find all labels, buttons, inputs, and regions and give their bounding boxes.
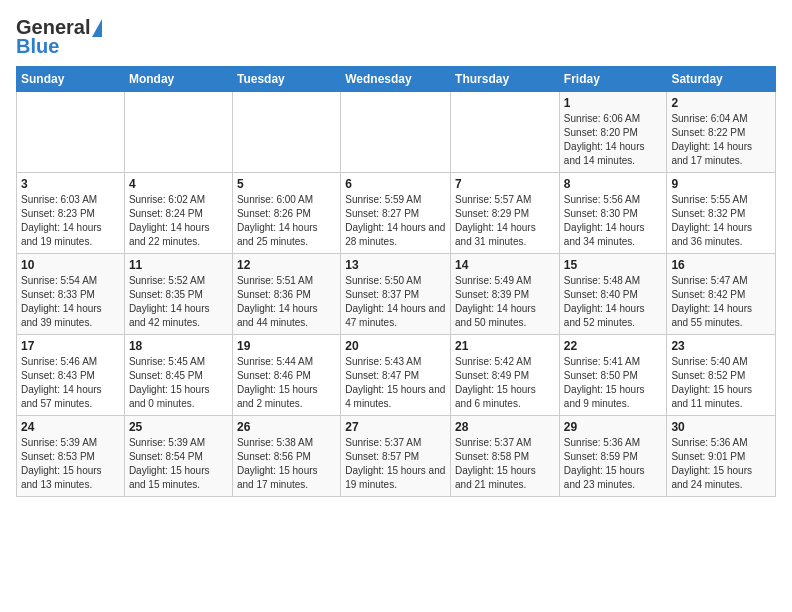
calendar-cell: 25Sunrise: 5:39 AM Sunset: 8:54 PM Dayli… [124, 416, 232, 497]
calendar-week-row: 17Sunrise: 5:46 AM Sunset: 8:43 PM Dayli… [17, 335, 776, 416]
day-number: 30 [671, 420, 771, 434]
day-number: 9 [671, 177, 771, 191]
weekday-header-sunday: Sunday [17, 67, 125, 92]
calendar-cell: 5Sunrise: 6:00 AM Sunset: 8:26 PM Daylig… [232, 173, 340, 254]
calendar-cell: 21Sunrise: 5:42 AM Sunset: 8:49 PM Dayli… [451, 335, 560, 416]
day-info: Sunrise: 6:00 AM Sunset: 8:26 PM Dayligh… [237, 193, 336, 249]
day-number: 13 [345, 258, 446, 272]
calendar-cell [232, 92, 340, 173]
day-number: 16 [671, 258, 771, 272]
day-info: Sunrise: 5:51 AM Sunset: 8:36 PM Dayligh… [237, 274, 336, 330]
day-info: Sunrise: 6:02 AM Sunset: 8:24 PM Dayligh… [129, 193, 228, 249]
day-number: 23 [671, 339, 771, 353]
calendar-cell: 6Sunrise: 5:59 AM Sunset: 8:27 PM Daylig… [341, 173, 451, 254]
day-info: Sunrise: 5:56 AM Sunset: 8:30 PM Dayligh… [564, 193, 663, 249]
day-info: Sunrise: 5:36 AM Sunset: 8:59 PM Dayligh… [564, 436, 663, 492]
calendar-cell: 17Sunrise: 5:46 AM Sunset: 8:43 PM Dayli… [17, 335, 125, 416]
day-info: Sunrise: 6:04 AM Sunset: 8:22 PM Dayligh… [671, 112, 771, 168]
page-header: General Blue [16, 16, 776, 58]
calendar-cell: 18Sunrise: 5:45 AM Sunset: 8:45 PM Dayli… [124, 335, 232, 416]
calendar-cell: 16Sunrise: 5:47 AM Sunset: 8:42 PM Dayli… [667, 254, 776, 335]
day-info: Sunrise: 5:40 AM Sunset: 8:52 PM Dayligh… [671, 355, 771, 411]
day-info: Sunrise: 5:47 AM Sunset: 8:42 PM Dayligh… [671, 274, 771, 330]
weekday-header-wednesday: Wednesday [341, 67, 451, 92]
calendar-cell: 14Sunrise: 5:49 AM Sunset: 8:39 PM Dayli… [451, 254, 560, 335]
weekday-header-saturday: Saturday [667, 67, 776, 92]
day-number: 4 [129, 177, 228, 191]
day-info: Sunrise: 5:50 AM Sunset: 8:37 PM Dayligh… [345, 274, 446, 330]
day-number: 18 [129, 339, 228, 353]
calendar-cell: 30Sunrise: 5:36 AM Sunset: 9:01 PM Dayli… [667, 416, 776, 497]
calendar-cell: 23Sunrise: 5:40 AM Sunset: 8:52 PM Dayli… [667, 335, 776, 416]
day-info: Sunrise: 5:39 AM Sunset: 8:53 PM Dayligh… [21, 436, 120, 492]
calendar-cell: 4Sunrise: 6:02 AM Sunset: 8:24 PM Daylig… [124, 173, 232, 254]
day-info: Sunrise: 5:36 AM Sunset: 9:01 PM Dayligh… [671, 436, 771, 492]
calendar-cell: 3Sunrise: 6:03 AM Sunset: 8:23 PM Daylig… [17, 173, 125, 254]
day-number: 7 [455, 177, 555, 191]
calendar-week-row: 10Sunrise: 5:54 AM Sunset: 8:33 PM Dayli… [17, 254, 776, 335]
day-number: 29 [564, 420, 663, 434]
weekday-header-monday: Monday [124, 67, 232, 92]
day-number: 22 [564, 339, 663, 353]
day-info: Sunrise: 5:45 AM Sunset: 8:45 PM Dayligh… [129, 355, 228, 411]
day-info: Sunrise: 6:06 AM Sunset: 8:20 PM Dayligh… [564, 112, 663, 168]
calendar-cell: 12Sunrise: 5:51 AM Sunset: 8:36 PM Dayli… [232, 254, 340, 335]
calendar-cell [124, 92, 232, 173]
day-info: Sunrise: 5:48 AM Sunset: 8:40 PM Dayligh… [564, 274, 663, 330]
day-number: 12 [237, 258, 336, 272]
day-info: Sunrise: 5:37 AM Sunset: 8:58 PM Dayligh… [455, 436, 555, 492]
day-number: 14 [455, 258, 555, 272]
calendar-cell: 27Sunrise: 5:37 AM Sunset: 8:57 PM Dayli… [341, 416, 451, 497]
calendar-cell: 10Sunrise: 5:54 AM Sunset: 8:33 PM Dayli… [17, 254, 125, 335]
day-info: Sunrise: 5:57 AM Sunset: 8:29 PM Dayligh… [455, 193, 555, 249]
day-number: 25 [129, 420, 228, 434]
day-number: 28 [455, 420, 555, 434]
calendar-cell: 1Sunrise: 6:06 AM Sunset: 8:20 PM Daylig… [559, 92, 667, 173]
day-number: 1 [564, 96, 663, 110]
calendar-cell: 9Sunrise: 5:55 AM Sunset: 8:32 PM Daylig… [667, 173, 776, 254]
day-info: Sunrise: 5:46 AM Sunset: 8:43 PM Dayligh… [21, 355, 120, 411]
calendar-cell: 26Sunrise: 5:38 AM Sunset: 8:56 PM Dayli… [232, 416, 340, 497]
calendar-cell: 2Sunrise: 6:04 AM Sunset: 8:22 PM Daylig… [667, 92, 776, 173]
day-info: Sunrise: 5:52 AM Sunset: 8:35 PM Dayligh… [129, 274, 228, 330]
day-info: Sunrise: 5:49 AM Sunset: 8:39 PM Dayligh… [455, 274, 555, 330]
calendar-week-row: 24Sunrise: 5:39 AM Sunset: 8:53 PM Dayli… [17, 416, 776, 497]
calendar-cell: 13Sunrise: 5:50 AM Sunset: 8:37 PM Dayli… [341, 254, 451, 335]
day-number: 11 [129, 258, 228, 272]
calendar-cell: 15Sunrise: 5:48 AM Sunset: 8:40 PM Dayli… [559, 254, 667, 335]
calendar-table: SundayMondayTuesdayWednesdayThursdayFrid… [16, 66, 776, 497]
day-number: 10 [21, 258, 120, 272]
logo-blue: Blue [16, 35, 59, 58]
weekday-header-thursday: Thursday [451, 67, 560, 92]
day-info: Sunrise: 5:59 AM Sunset: 8:27 PM Dayligh… [345, 193, 446, 249]
weekday-header-row: SundayMondayTuesdayWednesdayThursdayFrid… [17, 67, 776, 92]
calendar-week-row: 3Sunrise: 6:03 AM Sunset: 8:23 PM Daylig… [17, 173, 776, 254]
day-info: Sunrise: 5:54 AM Sunset: 8:33 PM Dayligh… [21, 274, 120, 330]
day-info: Sunrise: 5:55 AM Sunset: 8:32 PM Dayligh… [671, 193, 771, 249]
calendar-cell: 28Sunrise: 5:37 AM Sunset: 8:58 PM Dayli… [451, 416, 560, 497]
calendar-cell: 20Sunrise: 5:43 AM Sunset: 8:47 PM Dayli… [341, 335, 451, 416]
day-number: 26 [237, 420, 336, 434]
day-number: 15 [564, 258, 663, 272]
day-number: 21 [455, 339, 555, 353]
calendar-cell: 7Sunrise: 5:57 AM Sunset: 8:29 PM Daylig… [451, 173, 560, 254]
calendar-cell: 19Sunrise: 5:44 AM Sunset: 8:46 PM Dayli… [232, 335, 340, 416]
calendar-cell [341, 92, 451, 173]
day-number: 6 [345, 177, 446, 191]
calendar-cell: 24Sunrise: 5:39 AM Sunset: 8:53 PM Dayli… [17, 416, 125, 497]
day-number: 24 [21, 420, 120, 434]
calendar-cell: 11Sunrise: 5:52 AM Sunset: 8:35 PM Dayli… [124, 254, 232, 335]
day-info: Sunrise: 5:38 AM Sunset: 8:56 PM Dayligh… [237, 436, 336, 492]
day-info: Sunrise: 5:43 AM Sunset: 8:47 PM Dayligh… [345, 355, 446, 411]
calendar-cell [451, 92, 560, 173]
calendar-cell: 22Sunrise: 5:41 AM Sunset: 8:50 PM Dayli… [559, 335, 667, 416]
logo-triangle-icon [92, 19, 102, 37]
weekday-header-tuesday: Tuesday [232, 67, 340, 92]
day-number: 20 [345, 339, 446, 353]
calendar-cell: 29Sunrise: 5:36 AM Sunset: 8:59 PM Dayli… [559, 416, 667, 497]
day-number: 8 [564, 177, 663, 191]
day-number: 27 [345, 420, 446, 434]
day-number: 17 [21, 339, 120, 353]
day-info: Sunrise: 5:44 AM Sunset: 8:46 PM Dayligh… [237, 355, 336, 411]
day-info: Sunrise: 5:37 AM Sunset: 8:57 PM Dayligh… [345, 436, 446, 492]
